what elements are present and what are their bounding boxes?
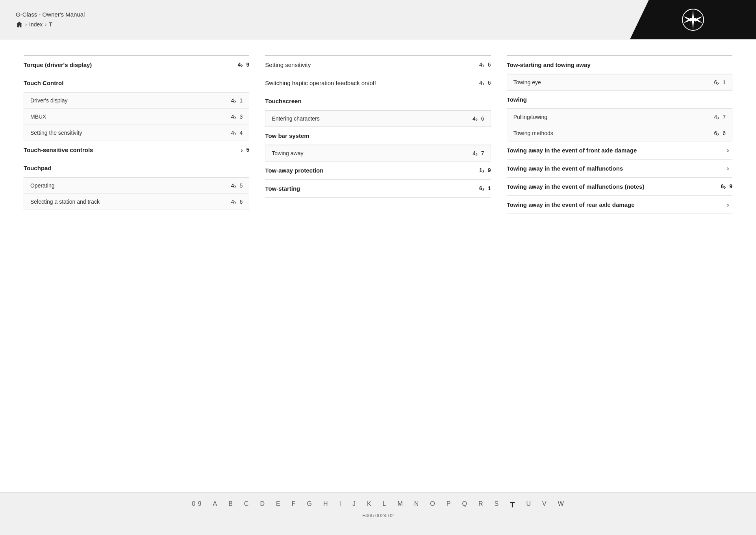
sub-selecting-station-text: Selecting a station and track: [30, 199, 227, 205]
sub-pulling-towing-page: 47: [714, 114, 726, 120]
entry-switching-haptic-text: Switching haptic operation feedback on/o…: [265, 80, 475, 86]
entry-setting-sensitivity-text: Setting sensitivity: [265, 61, 475, 68]
footer-code: F465 0024 02: [0, 513, 756, 518]
sub-selecting-station-page: 46: [231, 199, 243, 205]
alpha-09[interactable]: 0 9: [192, 500, 202, 509]
entry-switching-haptic-page: 46: [479, 80, 491, 86]
entry-towing: Towing: [507, 91, 732, 109]
alpha-b[interactable]: B: [228, 500, 233, 509]
alpha-m[interactable]: M: [397, 500, 403, 509]
alpha-f[interactable]: F: [292, 500, 296, 509]
alpha-q[interactable]: Q: [462, 500, 467, 509]
entry-touchscreen: Touchscreen: [265, 92, 491, 110]
alpha-o[interactable]: O: [430, 500, 435, 509]
alpha-p[interactable]: P: [447, 500, 451, 509]
alpha-g[interactable]: G: [307, 500, 312, 509]
sub-entering-characters-page: 46: [472, 115, 484, 122]
entry-towing-rear-axle-text: Towing away in the event of rear axle da…: [507, 201, 723, 208]
mercedes-logo-area: [630, 0, 756, 39]
entry-tow-bar-text: Tow bar system: [265, 132, 491, 139]
sub-towing-away: Towing away 47: [265, 145, 490, 161]
alpha-t[interactable]: T: [510, 500, 515, 509]
sub-tow-starting-away: Towing eye 61: [507, 74, 732, 91]
sub-touchpad: Operating 45 Selecting a station and tra…: [24, 177, 249, 210]
sub-towing-methods-text: Towing methods: [513, 130, 710, 136]
header-left: G-Class - Owner's Manual › Index › T: [0, 4, 100, 35]
breadcrumb-sep-2: ›: [45, 22, 46, 27]
header: G-Class - Owner's Manual › Index › T: [0, 0, 756, 39]
alphabet-row: 0 9 A B C D E F G H I J K L M N O P Q R …: [0, 500, 756, 509]
entry-towing-rear-axle-page: [727, 201, 732, 207]
sub-pulling-towing-text: Pulling/towing: [513, 114, 710, 120]
sub-towing-methods-page: 66: [714, 130, 726, 136]
entry-towing-malfunctions: Towing away in the event of malfunctions: [507, 160, 732, 178]
alpha-u[interactable]: U: [526, 500, 531, 509]
svg-point-7: [691, 18, 695, 22]
column-3: Tow-starting and towing away Towing eye …: [507, 55, 732, 477]
alpha-r[interactable]: R: [478, 500, 484, 509]
sub-entering-characters: Entering characters 46: [265, 111, 490, 126]
entry-touch-control: Touch Control: [24, 74, 249, 92]
alpha-k[interactable]: K: [367, 500, 372, 509]
sub-towing-away-text: Towing away: [272, 150, 469, 156]
alpha-l[interactable]: L: [383, 500, 387, 509]
alpha-d[interactable]: D: [260, 500, 265, 509]
sub-towing-eye-text: Towing eye: [513, 79, 710, 85]
entry-towing-front-axle-text: Towing away in the event of front axle d…: [507, 147, 723, 154]
entry-torque-page: 49: [238, 61, 250, 68]
breadcrumb-index[interactable]: Index: [29, 21, 43, 28]
entry-touch-sensitive-text: Touch-sensitive controls: [24, 147, 237, 153]
entry-setting-sensitivity-page: 46: [479, 61, 491, 68]
sub-drivers-display-text: Driver's display: [30, 97, 227, 104]
alpha-c[interactable]: C: [244, 500, 249, 509]
sub-mbux: MBUX 43: [24, 109, 249, 125]
entry-tow-starting-page: 61: [479, 185, 491, 191]
entry-tow-starting-text: Tow-starting: [265, 185, 475, 192]
breadcrumb-sep-1: ›: [25, 22, 27, 27]
entry-towing-malfunctions-notes: Towing away in the event of malfunctions…: [507, 178, 732, 196]
entry-tow-away-protection-text: Tow-away protection: [265, 167, 475, 174]
entry-towing-malfunctions-notes-page: 69: [721, 183, 732, 189]
entry-towing-text: Towing: [507, 96, 732, 103]
sub-tow-bar: Towing away 47: [265, 145, 491, 162]
entry-torque: Torque (driver's display) 49: [24, 56, 249, 74]
sub-mbux-text: MBUX: [30, 113, 227, 120]
sub-towing-away-page: 47: [472, 150, 484, 156]
sub-mbux-page: 43: [231, 113, 243, 120]
alpha-v[interactable]: V: [542, 500, 547, 509]
entry-towing-malfunctions-text: Towing away in the event of malfunctions: [507, 165, 723, 172]
entry-towing-rear-axle: Towing away in the event of rear axle da…: [507, 196, 732, 214]
entry-touch-sensitive-page: 5: [241, 147, 250, 153]
alpha-i[interactable]: I: [339, 500, 341, 509]
breadcrumb-t[interactable]: T: [49, 21, 52, 28]
sub-setting-sensitivity-text: Setting the sensitivity: [30, 130, 227, 136]
entry-tow-starting-away-text: Tow-starting and towing away: [507, 61, 732, 68]
alpha-j[interactable]: J: [352, 500, 356, 509]
alpha-h[interactable]: H: [323, 500, 328, 509]
entry-touchscreen-text: Touchscreen: [265, 98, 491, 104]
entry-touchpad: Touchpad: [24, 159, 249, 177]
sub-operating-page: 45: [231, 182, 243, 189]
sub-towing-methods: Towing methods 66: [507, 125, 732, 141]
entry-setting-sensitivity: Setting sensitivity 46: [265, 56, 491, 74]
entry-touch-control-text: Touch Control: [24, 80, 249, 86]
sub-operating: Operating 45: [24, 178, 249, 194]
entry-touchpad-text: Touchpad: [24, 165, 249, 171]
entry-tow-away-protection: Tow-away protection 19: [265, 162, 491, 180]
mercedes-star-icon: [681, 8, 705, 32]
sub-setting-sensitivity: Setting the sensitivity 44: [24, 125, 249, 141]
entry-towing-malfunctions-notes-text: Towing away in the event of malfunctions…: [507, 183, 717, 190]
alpha-s[interactable]: S: [495, 500, 499, 509]
alpha-e[interactable]: E: [276, 500, 281, 509]
entry-tow-starting: Tow-starting 61: [265, 180, 491, 198]
entry-tow-starting-away: Tow-starting and towing away: [507, 56, 732, 74]
sub-towing: Pulling/towing 47 Towing methods 66: [507, 109, 732, 141]
alpha-a[interactable]: A: [213, 500, 218, 509]
home-icon[interactable]: [16, 21, 23, 28]
alpha-w[interactable]: W: [558, 500, 564, 509]
sub-towing-eye: Towing eye 61: [507, 74, 732, 90]
sub-entering-characters-text: Entering characters: [272, 115, 469, 122]
sub-drivers-display: Driver's display 41: [24, 93, 249, 109]
alpha-n[interactable]: N: [414, 500, 419, 509]
entry-touch-sensitive: Touch-sensitive controls 5: [24, 141, 249, 159]
